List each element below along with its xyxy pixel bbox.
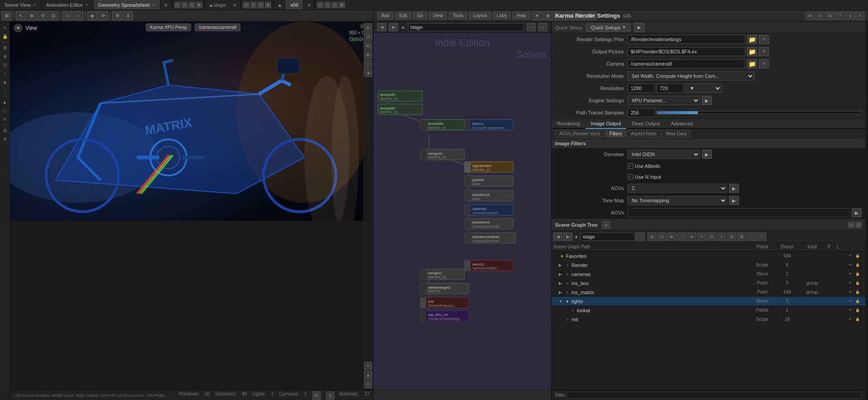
pts-input[interactable] — [628, 108, 655, 117]
st-btn-3[interactable]: ⊟ — [364, 42, 372, 50]
sgt-tree[interactable]: ★ Favorites 584 👁 🔒 ▶ ○ — [551, 252, 865, 390]
viewport-tool-select[interactable]: ↖ — [16, 11, 26, 20]
viewport-tool-1[interactable]: ⊞ — [2, 11, 12, 20]
sb-icon-10[interactable]: ⊟ — [1, 126, 9, 134]
tab-add-right[interactable]: + — [303, 1, 314, 9]
sgt-icon-3[interactable]: ◈ — [667, 233, 676, 241]
expand-cameras[interactable]: ▶ — [559, 272, 564, 276]
node-graph-area[interactable]: Indie Edition Solaris time — [374, 33, 551, 390]
op-browse-btn[interactable]: 📁 — [747, 47, 757, 56]
st-btn-6[interactable]: ◈ — [364, 69, 372, 77]
action-lock-lookat[interactable]: 🔒 — [854, 307, 861, 314]
pin-btn-right[interactable]: □ — [317, 2, 323, 8]
st-btn-4[interactable]: ⊠ — [364, 51, 372, 59]
karma-icon-5[interactable]: ℹ — [845, 12, 854, 20]
viewport-area[interactable]: 👁 View Karma XPU Persp /cameras/camera8 … — [10, 22, 373, 390]
viewport-tool-c[interactable]: ◈ — [87, 11, 97, 20]
tab-rendering[interactable]: Rendering — [551, 119, 585, 129]
action-lock-cameras[interactable]: 🔒 — [854, 271, 861, 277]
tab-close-geo[interactable]: ✕ — [152, 3, 155, 7]
sgt-icon-10[interactable]: ⊠ — [737, 233, 746, 241]
karma-icon-3[interactable]: ⊞ — [825, 12, 834, 20]
minimize-btn-mid[interactable]: ─ — [250, 2, 257, 8]
st-btn-1[interactable]: ⊞ — [364, 24, 372, 32]
tab-add-middle[interactable]: + — [229, 1, 240, 9]
sgt-go-btn[interactable]: → — [636, 233, 645, 241]
minimize-btn-left[interactable]: ─ — [182, 2, 188, 8]
ng-add-btn[interactable]: Add — [377, 12, 393, 19]
tab-image-output[interactable]: Image Output — [585, 119, 627, 129]
action-lock-lights[interactable]: 🔒 — [854, 298, 861, 305]
st-btn-7[interactable]: ≡ — [364, 362, 372, 370]
expand-lights[interactable]: ▼ — [559, 299, 564, 304]
camera-stats-btn[interactable]: ⊞ — [312, 391, 321, 400]
quick-setup-arrow-btn[interactable]: ▶ — [634, 23, 644, 32]
use-albedo-cb[interactable]: ✓ — [628, 163, 633, 169]
sb-icon-5[interactable]: ◈ — [1, 78, 9, 86]
sb-icon-3[interactable]: ⊡ — [1, 61, 9, 69]
close-btn-right[interactable]: ✕ — [339, 2, 345, 8]
tree-row-cameras[interactable]: ▶ ○ cameras Xform 2 👁 🔒 — [551, 270, 865, 279]
action-lock-ins-matrix[interactable]: 🔒 — [854, 289, 861, 295]
action-eye-lights[interactable]: 👁 — [847, 298, 854, 305]
sb-icon-6[interactable]: ⋮ — [1, 86, 9, 95]
sgt-stage-input[interactable] — [580, 233, 635, 241]
es-dropdown[interactable]: XPU Paramet... — [628, 96, 700, 105]
action-eye-render[interactable]: 👁 — [847, 262, 854, 268]
sb-icon-select[interactable]: ↖ — [1, 24, 9, 32]
action-lock-ins-box[interactable]: 🔒 — [854, 280, 861, 286]
st-btn-2[interactable]: ⊡ — [364, 33, 372, 41]
viewport-info-btn[interactable]: ℹ — [123, 11, 133, 20]
sgt-minimize-btn[interactable]: ─ — [848, 222, 854, 228]
use-n-input-cb[interactable]: ✓ — [628, 174, 633, 180]
ng-edit-btn[interactable]: Edit — [395, 12, 411, 19]
ng-layout-btn[interactable]: Layout — [469, 12, 491, 19]
expand-ins-box[interactable]: ▶ — [559, 281, 564, 286]
karma-icon-4[interactable]: ? — [835, 12, 844, 20]
st-btn-5[interactable]: ○ — [364, 60, 372, 68]
res-dropdown[interactable]: ▼ — [686, 84, 722, 93]
sgt-icon-4[interactable]: ? — [677, 233, 686, 241]
tree-row-lights[interactable]: ▼ ● lights Xform 3 👁 🔒 — [551, 297, 865, 306]
ng-tools-btn[interactable]: Tools — [449, 12, 467, 19]
cam-link-btn[interactable]: ↗ — [759, 59, 769, 68]
karma-icon-6[interactable]: ✕ — [855, 12, 864, 20]
viewport-tool-scale[interactable]: ⊡ — [48, 11, 58, 20]
sgt-icon-9[interactable]: ⚙ — [727, 233, 736, 241]
sb-icon-4[interactable]: ○ — [1, 69, 9, 77]
viewport-tool-b[interactable]: ○ — [73, 11, 83, 20]
viewport-settings-btn[interactable]: ⚙ — [112, 11, 122, 20]
sgt-maximize-panel[interactable]: □ — [757, 233, 766, 241]
tab-deep-output[interactable]: Deep Output — [626, 119, 665, 129]
cam-input[interactable] — [628, 59, 745, 68]
camera-path-btn[interactable]: /cameras/camera8 — [195, 24, 240, 31]
res-h-input[interactable] — [657, 84, 684, 93]
tree-row-mtl[interactable]: ○ mtl Scope 18 👁 🔒 — [551, 315, 865, 324]
ng-labs-btn[interactable]: Labs — [493, 12, 511, 19]
st-btn-9[interactable]: ✕ — [364, 380, 372, 388]
es-arrow-btn[interactable]: ▶ — [702, 96, 712, 105]
sgt-forward-btn[interactable]: ▶ — [563, 233, 572, 241]
sgt-icon-5[interactable]: ⊕ — [687, 233, 696, 241]
ng-go-stage-btn[interactable]: → — [527, 23, 536, 31]
sgt-icon-2[interactable]: ⊡ — [657, 233, 667, 241]
op-input[interactable] — [628, 47, 745, 56]
stats-info-btn[interactable]: ℹ — [326, 391, 334, 400]
viewport-tool-a[interactable]: □ — [62, 11, 72, 20]
rsp-link-btn[interactable]: ↗ — [759, 35, 769, 44]
tone-map-arrow-btn[interactable]: ▶ — [729, 196, 739, 205]
camera-selector[interactable]: Karma XPU Persp — [146, 24, 191, 31]
sb-icon-lock[interactable]: 🔒 — [1, 32, 9, 40]
pin-btn-mid[interactable]: □ — [243, 2, 249, 8]
action-eye-favorites[interactable]: 👁 — [847, 253, 854, 259]
aovs2-expand-btn[interactable]: ▶ — [852, 208, 862, 217]
sgt-back-btn[interactable]: ◀ — [553, 233, 562, 241]
action-eye-cameras[interactable]: 👁 — [847, 271, 854, 277]
tab-scene-view[interactable]: Scene View ✕ — [0, 0, 42, 10]
sb-icon-11[interactable]: ✕ — [1, 135, 9, 143]
ng-help-btn[interactable]: Help — [513, 12, 530, 19]
sgt-icon-6[interactable]: ↻ — [697, 233, 706, 241]
expand-render[interactable]: ▶ — [559, 263, 564, 267]
sb-icon-7[interactable]: ▲ — [1, 98, 9, 106]
tab-close-anim[interactable]: ✕ — [85, 3, 89, 7]
